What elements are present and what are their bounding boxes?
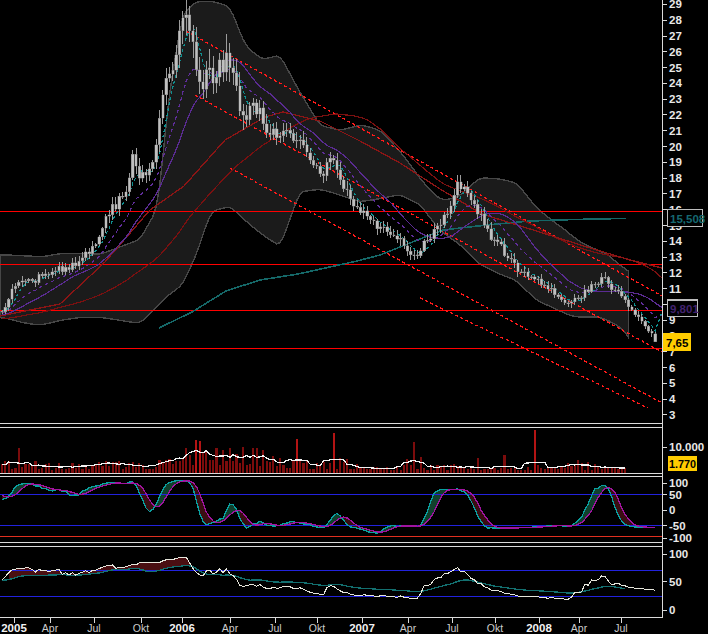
svg-text:2006: 2006: [169, 622, 195, 634]
svg-text:6: 6: [669, 362, 675, 374]
svg-text:100: 100: [669, 548, 688, 560]
svg-text:9,801: 9,801: [670, 303, 699, 315]
svg-text:7,65: 7,65: [666, 337, 689, 349]
svg-text:Apr: Apr: [222, 622, 239, 634]
svg-text:Okt: Okt: [487, 622, 503, 634]
svg-text:Jul: Jul: [87, 622, 100, 634]
svg-text:Jul: Jul: [268, 622, 281, 634]
svg-text:23: 23: [669, 93, 682, 105]
svg-text:50: 50: [669, 489, 682, 501]
svg-text:22: 22: [669, 109, 682, 121]
svg-text:21: 21: [669, 125, 682, 137]
svg-text:0: 0: [669, 504, 675, 516]
svg-text:15,508: 15,508: [670, 213, 706, 225]
svg-text:3: 3: [669, 409, 675, 421]
svg-text:10.000: 10.000: [669, 441, 704, 453]
svg-text:Okt: Okt: [133, 622, 149, 634]
svg-text:1.770: 1.770: [669, 458, 696, 470]
svg-text:2007: 2007: [349, 622, 375, 634]
svg-text:27: 27: [669, 30, 682, 42]
svg-text:-100: -100: [669, 532, 692, 544]
svg-text:13: 13: [669, 251, 682, 263]
svg-text:Okt: Okt: [309, 622, 325, 634]
svg-text:Apr: Apr: [571, 622, 588, 634]
svg-text:28: 28: [669, 14, 682, 26]
svg-text:26: 26: [669, 46, 682, 58]
svg-text:11: 11: [669, 283, 682, 295]
svg-text:2005: 2005: [1, 622, 27, 634]
svg-text:Jul: Jul: [614, 622, 627, 634]
svg-text:29: 29: [669, 0, 682, 10]
svg-text:19: 19: [669, 156, 682, 168]
svg-text:14: 14: [669, 235, 682, 247]
svg-text:0: 0: [669, 604, 675, 616]
svg-text:4: 4: [669, 393, 676, 405]
svg-text:17: 17: [669, 188, 682, 200]
svg-text:Apr: Apr: [42, 622, 59, 634]
svg-text:50: 50: [669, 576, 682, 588]
svg-text:20: 20: [669, 141, 682, 153]
svg-text:100: 100: [669, 477, 688, 489]
svg-text:18: 18: [669, 172, 682, 184]
svg-text:Apr: Apr: [400, 622, 417, 634]
svg-text:Jul: Jul: [445, 622, 458, 634]
svg-text:25: 25: [669, 62, 682, 74]
svg-text:-50: -50: [669, 520, 686, 532]
svg-text:12: 12: [669, 267, 682, 279]
svg-text:24: 24: [669, 77, 682, 89]
svg-text:5: 5: [669, 377, 676, 389]
svg-text:2008: 2008: [526, 622, 552, 634]
